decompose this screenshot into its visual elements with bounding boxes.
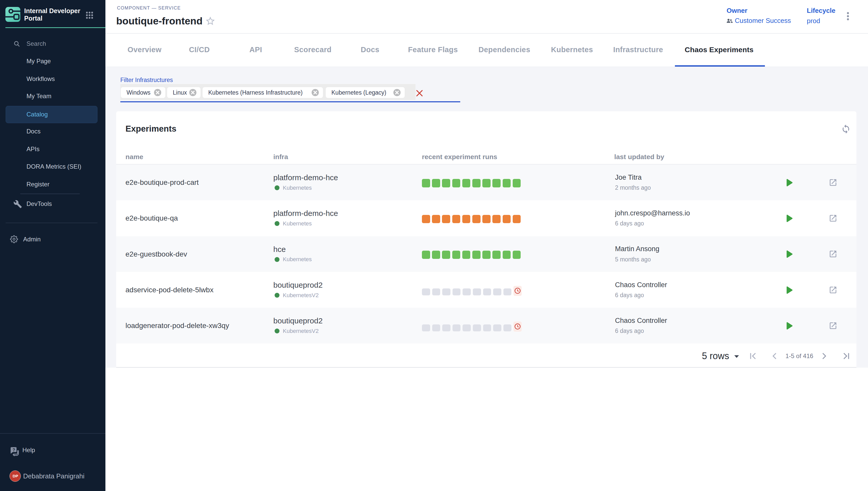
- svg-text:?: ?: [12, 447, 15, 453]
